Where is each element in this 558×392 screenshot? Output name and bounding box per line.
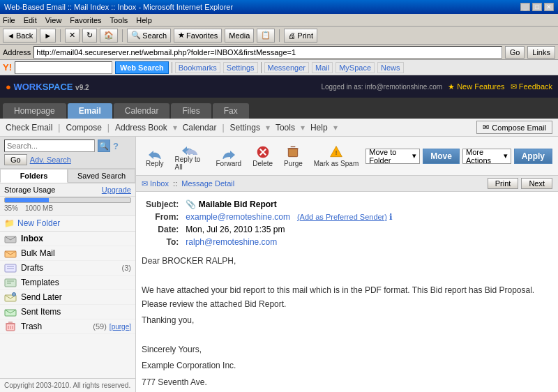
email-from: example@remoteshine.com (Add as Preferre…	[183, 211, 551, 223]
sidebar-help-icon[interactable]: ?	[113, 141, 119, 151]
tab-files[interactable]: Files	[171, 103, 211, 119]
print-button2[interactable]: Print	[488, 178, 519, 189]
refresh-button[interactable]: ↻	[82, 29, 97, 43]
favorites-button[interactable]: ★ Favorites	[174, 29, 222, 43]
address-input[interactable]	[33, 46, 502, 59]
adv-search-link[interactable]: Adv. Search	[30, 156, 71, 164]
attachment-icon: 📎	[186, 199, 196, 209]
tab-fax[interactable]: Fax	[213, 103, 249, 119]
from-email-link[interactable]: example@remoteshine.com	[186, 212, 290, 222]
home-button[interactable]: 🏠	[100, 29, 118, 43]
history-button[interactable]: 📋	[257, 29, 275, 43]
back-button[interactable]: ◄ Back	[3, 29, 37, 43]
to-email-link[interactable]: ralph@remoteshine.com	[186, 237, 277, 247]
feedback-button[interactable]: ✉ Feedback	[511, 82, 552, 91]
tab-calendar[interactable]: Calendar	[114, 103, 170, 119]
sidebar-search-button[interactable]: 🔍	[98, 140, 110, 152]
close-button[interactable]: ✕	[544, 3, 554, 11]
folder-trash[interactable]: Trash (59) [purge]	[0, 319, 135, 334]
folder-bulk-mail[interactable]: Bulk Mail	[0, 246, 135, 261]
email-body: Dear BROCKER RALPH, We have attached you…	[142, 255, 552, 392]
saved-search-tab[interactable]: Saved Search	[68, 169, 135, 183]
next-button[interactable]: Next	[521, 178, 552, 189]
check-email-link[interactable]: Check Email	[6, 123, 52, 133]
storage-label: Storage Usage	[4, 186, 55, 194]
trash-label: Trash	[21, 322, 93, 331]
minimize-button[interactable]: _	[520, 3, 530, 11]
send-later-icon	[4, 292, 17, 302]
tools-link[interactable]: Tools	[276, 123, 295, 133]
print-button[interactable]: 🖨 Print	[284, 29, 317, 43]
ie-search-input[interactable]	[15, 61, 112, 74]
reply-button[interactable]: Reply	[142, 144, 168, 169]
folder-inbox[interactable]: Inbox	[0, 232, 135, 246]
address-book-link[interactable]: Address Book	[115, 123, 167, 133]
links-button[interactable]: Links	[527, 46, 555, 59]
body-greeting: Dear BROCKER RALPH,	[142, 255, 552, 268]
upgrade-link[interactable]: Upgrade	[102, 186, 131, 194]
toolbar-divider1	[172, 62, 172, 73]
inbox-breadcrumb[interactable]: Inbox	[150, 179, 169, 188]
media-button[interactable]: Media	[225, 29, 254, 43]
folder-sent-items[interactable]: Sent Items	[0, 305, 135, 319]
news-link[interactable]: News	[377, 62, 404, 73]
bookmarks-link[interactable]: Bookmarks	[175, 62, 220, 73]
go-button[interactable]: Go	[505, 46, 525, 59]
apply-button[interactable]: Apply	[514, 149, 552, 164]
calendar-link[interactable]: Calendar	[183, 123, 217, 133]
compose-link[interactable]: Compose	[66, 123, 101, 133]
storage-bar-fill	[5, 198, 49, 202]
menu-help[interactable]: Help	[136, 16, 152, 24]
menu-edit[interactable]: Edit	[24, 16, 37, 24]
sidebar-search-section: 🔍 ? Go Adv. Search	[0, 137, 135, 169]
purge-button[interactable]: Purge	[280, 144, 307, 169]
move-to-folder-select[interactable]: Move to Folder ▾	[365, 149, 420, 164]
folders-tab[interactable]: Folders	[0, 169, 68, 183]
settings-link2[interactable]: Settings	[230, 123, 260, 133]
delete-button[interactable]: Delete	[248, 144, 277, 169]
new-features-link[interactable]: ★ New Features	[448, 82, 505, 91]
more-actions-dropdown-icon: ▾	[504, 151, 508, 160]
more-actions-select[interactable]: More Actions ▾	[462, 149, 511, 164]
sidebar-search-input[interactable]	[4, 140, 95, 152]
toolbar-divider2	[261, 62, 262, 73]
trash-purge-link[interactable]: [purge]	[110, 323, 131, 331]
toolbar-sep2	[122, 29, 123, 42]
forward-button[interactable]: Forward	[211, 144, 246, 169]
menu-view[interactable]: View	[45, 16, 62, 24]
reply-all-button[interactable]: Reply to All	[171, 140, 209, 172]
folder-templates[interactable]: Templates	[0, 276, 135, 290]
menu-tools[interactable]: Tools	[110, 16, 128, 24]
messenger-link[interactable]: Messenger	[264, 62, 309, 73]
folder-drafts[interactable]: Drafts (3)	[0, 261, 135, 276]
storage-total: 1000 MB	[25, 204, 53, 212]
search-button[interactable]: 🔍 Search	[127, 29, 171, 43]
new-folder-row[interactable]: 📁 New Folder	[0, 216, 135, 232]
tab-homepage[interactable]: Homepage	[3, 103, 66, 119]
menu-file[interactable]: File	[3, 16, 15, 24]
folder-send-later[interactable]: Send Later	[0, 290, 135, 305]
maximize-button[interactable]: □	[532, 3, 542, 11]
help-link[interactable]: Help	[310, 123, 328, 133]
stop-button[interactable]: ✕	[65, 29, 80, 43]
new-folder-label: New Folder	[17, 218, 60, 228]
myspace-link[interactable]: MySpace	[335, 62, 375, 73]
sidebar-go-button[interactable]: Go	[4, 154, 27, 165]
mail-link[interactable]: Mail	[312, 62, 333, 73]
forward-button[interactable]: ►	[40, 29, 56, 43]
to-label: To:	[143, 236, 181, 248]
web-search-button[interactable]: Web Search	[115, 61, 169, 74]
email-toolbar: Reply Reply to All Forward Delete Purge …	[136, 137, 558, 176]
email-detail: Subject: 📎 Mailable Bid Report From: exa…	[136, 192, 558, 392]
breadcrumb: ✉ Inbox :: Message Detail	[142, 179, 234, 188]
settings-link[interactable]: Settings	[223, 62, 258, 73]
add-preferred-link[interactable]: (Add as Preferred Sender)	[297, 213, 387, 221]
move-button[interactable]: Move	[423, 149, 460, 164]
storage-bar-bg	[4, 197, 131, 203]
tab-email[interactable]: Email	[68, 103, 112, 119]
bulk-mail-icon	[4, 248, 17, 258]
menu-bar: File Edit View Favorites Tools Help	[0, 14, 558, 27]
compose-email-button[interactable]: ✉ Compose Email	[476, 121, 552, 134]
menu-favorites[interactable]: Favorites	[70, 16, 101, 24]
mark-as-spam-button[interactable]: ! Mark as Spam	[310, 144, 363, 169]
